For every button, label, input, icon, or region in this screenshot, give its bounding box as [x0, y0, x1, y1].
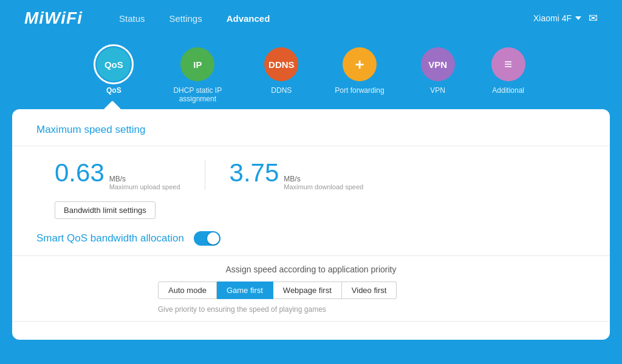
- download-speed-block: 3.75 MB/s Maximum download speed: [230, 158, 364, 190]
- port-label: Port forwarding: [335, 86, 384, 95]
- mode-auto[interactable]: Auto mode: [158, 281, 217, 299]
- icon-vpn[interactable]: VPN VPN: [421, 47, 455, 95]
- dhcp-label: DHCP static IP assignment: [167, 86, 228, 103]
- device-name-label: Xiaomi 4F: [533, 13, 572, 23]
- qos-icon-text: QoS: [104, 59, 123, 70]
- vpn-label: VPN: [430, 86, 445, 95]
- speed-separator: [205, 160, 205, 190]
- content-card: Maximum speed setting 0.63 MB/s Maximum …: [12, 109, 610, 340]
- header-right: Xiaomi 4F ✉: [533, 12, 598, 25]
- mode-game[interactable]: Game first: [217, 281, 273, 299]
- ddns-label: DDNS: [271, 86, 292, 95]
- additional-label: Additional: [492, 86, 524, 95]
- bottom-divider: [12, 321, 610, 322]
- icon-qos[interactable]: QoS QoS: [97, 47, 131, 95]
- icon-additional[interactable]: ≡ Additional: [491, 47, 525, 95]
- port-icon-text: +: [355, 55, 364, 74]
- header: MiWiFi Status Settings Advanced Xiaomi 4…: [0, 0, 622, 36]
- ddns-icon-text: DDNS: [268, 59, 295, 70]
- upload-speed-unit: MB/s: [109, 175, 180, 183]
- nav-advanced[interactable]: Advanced: [227, 13, 270, 24]
- nav: Status Settings Advanced: [119, 13, 533, 24]
- logo: MiWiFi: [24, 8, 83, 28]
- download-speed-value: 3.75: [230, 158, 279, 187]
- speed-row: 0.63 MB/s Maximum upload speed 3.75 MB/s…: [36, 146, 586, 197]
- max-speed-title: Maximum speed setting: [36, 109, 586, 146]
- icons-row: QoS QoS IP DHCP static IP assignment DDN…: [0, 36, 622, 109]
- download-speed-unit: MB/s: [284, 175, 363, 183]
- qos-label: QoS: [106, 86, 121, 95]
- icon-dhcp[interactable]: IP DHCP static IP assignment: [167, 47, 228, 103]
- qos-circle: QoS: [97, 47, 131, 81]
- download-speed-meta: MB/s Maximum download speed: [284, 175, 363, 190]
- qos-section-title: Smart QoS bandwidth allocation: [36, 232, 184, 244]
- nav-status[interactable]: Status: [119, 13, 145, 24]
- additional-icon-text: ≡: [504, 56, 512, 72]
- upload-speed-meta: MB/s Maximum upload speed: [109, 175, 180, 190]
- icon-ddns[interactable]: DDNS DDNS: [264, 47, 298, 95]
- vpn-circle: VPN: [421, 47, 455, 81]
- upload-speed-block: 0.63 MB/s Maximum upload speed: [55, 158, 180, 190]
- assign-label: Assign speed according to application pr…: [36, 265, 586, 281]
- mail-icon[interactable]: ✉: [589, 12, 598, 25]
- dhcp-icon-text: IP: [193, 59, 202, 70]
- device-selector[interactable]: Xiaomi 4F: [533, 13, 581, 23]
- chevron-down-icon: [575, 16, 581, 20]
- additional-circle: ≡: [491, 47, 525, 81]
- download-speed-desc: Maximum download speed: [284, 183, 363, 190]
- qos-section-row: Smart QoS bandwidth allocation: [36, 219, 586, 255]
- mode-buttons: Auto mode Game first Webpage first Video…: [36, 281, 586, 299]
- dhcp-circle: IP: [180, 47, 214, 81]
- upload-speed-value: 0.63: [55, 158, 104, 187]
- upload-speed-desc: Maximum upload speed: [109, 183, 180, 190]
- icon-port[interactable]: + Port forwarding: [335, 47, 384, 95]
- mode-video[interactable]: Video first: [342, 281, 397, 299]
- vpn-icon-text: VPN: [428, 59, 447, 70]
- nav-settings[interactable]: Settings: [169, 13, 202, 24]
- ddns-circle: DDNS: [264, 47, 298, 81]
- mode-hint: Give priority to ensuring the speed of p…: [36, 303, 586, 314]
- mode-webpage[interactable]: Webpage first: [273, 281, 342, 299]
- bandwidth-limit-button[interactable]: Bandwidth limit settings: [55, 201, 156, 219]
- port-circle: +: [343, 47, 377, 81]
- qos-toggle[interactable]: [194, 231, 220, 246]
- toggle-knob: [207, 232, 219, 244]
